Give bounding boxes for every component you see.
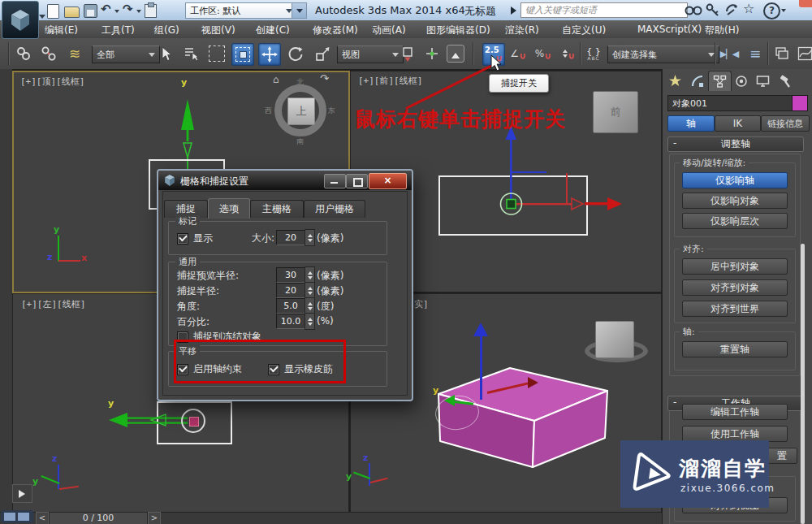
viewcube-home-icon[interactable]: ⌂: [273, 74, 279, 85]
redo-dropdown-arrow-icon[interactable]: [136, 10, 141, 15]
pivot-mode-button[interactable]: 轴: [667, 115, 715, 132]
reset-pivot-button[interactable]: 重置轴: [682, 341, 788, 357]
viewport-left-label[interactable]: [+][左][线框]: [21, 298, 85, 310]
menu-create[interactable]: 创建(C): [256, 24, 290, 37]
search-expander-icon[interactable]: [511, 6, 520, 15]
select-object-button[interactable]: [155, 43, 176, 64]
object-name-field[interactable]: 对象001: [667, 95, 793, 111]
tab-display[interactable]: [752, 71, 774, 90]
use-pivot-point-button[interactable]: [397, 43, 418, 64]
reference-coordinate-dropdown[interactable]: 视图: [337, 45, 404, 63]
menu-views[interactable]: 视图(V): [201, 24, 235, 37]
transform-gizmo-front[interactable]: [455, 126, 633, 217]
prev-frame-button[interactable]: <: [36, 512, 49, 524]
new-file-button[interactable]: [47, 4, 59, 19]
link-info-mode-button[interactable]: 链接信息: [761, 115, 810, 132]
select-and-move-button[interactable]: [258, 43, 281, 66]
select-and-link-button[interactable]: [13, 43, 34, 64]
edit-working-pivot-button[interactable]: 编辑工作轴: [682, 404, 788, 420]
favorites-star-icon[interactable]: ☆: [743, 1, 754, 16]
search-binoculars-icon[interactable]: [685, 3, 702, 16]
tab-home-grid[interactable]: 主栅格: [250, 200, 304, 218]
panel-scrollbar[interactable]: [801, 244, 805, 524]
dialog-title-bar[interactable]: 栅格和捕捉设置 ×: [158, 171, 412, 190]
help-button[interactable]: ?: [763, 2, 780, 19]
help-dropdown-arrow-icon[interactable]: [781, 9, 786, 15]
unlink-selection-button[interactable]: [38, 43, 59, 64]
viewcube-orbit-arrow-icon[interactable]: ↷: [320, 72, 329, 84]
affect-hierarchy-only-button[interactable]: 仅影响层次: [682, 213, 788, 229]
gizmo-x-arrow[interactable]: [528, 377, 544, 388]
undo-dropdown-arrow-icon[interactable]: [114, 10, 119, 15]
align-button[interactable]: ≡: [745, 43, 766, 64]
size-spinner[interactable]: [304, 229, 315, 246]
workspace-dropdown[interactable]: 工作区: 默认: [185, 2, 297, 19]
redo-button[interactable]: ↷: [123, 2, 133, 16]
layer-manager-button[interactable]: [771, 43, 793, 64]
expand-strip-button[interactable]: [12, 484, 32, 503]
next-frame-button[interactable]: >: [148, 512, 161, 524]
communication-center-icon[interactable]: [724, 3, 740, 17]
tab-user-grids[interactable]: 用户栅格: [304, 200, 365, 218]
select-by-name-button[interactable]: [180, 43, 201, 64]
menu-help[interactable]: 帮助(H): [705, 24, 739, 37]
spinner[interactable]: [304, 266, 315, 284]
bind-to-space-warp-button[interactable]: ≋: [64, 43, 85, 64]
tab-hierarchy[interactable]: [708, 71, 732, 91]
save-file-button[interactable]: [84, 4, 97, 18]
select-and-rotate-button[interactable]: [285, 43, 306, 64]
affect-pivot-only-button[interactable]: 仅影响轴: [682, 172, 788, 188]
mirror-button[interactable]: ▶▏◀: [719, 43, 740, 64]
select-and-scale-button[interactable]: [312, 43, 333, 64]
spinner[interactable]: [304, 282, 315, 299]
percent-input[interactable]: 10.0: [276, 314, 305, 329]
align-to-world-button[interactable]: 对齐到世界: [682, 301, 788, 317]
ik-mode-button[interactable]: IK: [715, 115, 761, 132]
tab-modify[interactable]: [686, 71, 708, 90]
spinner[interactable]: [304, 297, 315, 314]
3dsmax-logo-button[interactable]: [2, 1, 39, 39]
percent-snap-toggle-button[interactable]: % ∩: [533, 43, 554, 64]
named-selection-set-dropdown[interactable]: 创建选择集: [607, 45, 719, 63]
spinner-snap-toggle-button[interactable]: ∩: [558, 43, 579, 64]
menu-edit[interactable]: 编辑(E): [45, 24, 78, 37]
menu-graph-editors[interactable]: 图形编辑器(D): [426, 24, 490, 37]
project-toggle-button[interactable]: [145, 4, 157, 18]
adjust-pivot-rollout-header[interactable]: - 调整轴: [667, 136, 804, 152]
snap-preview-radius-input[interactable]: 30: [276, 267, 305, 283]
viewcube-top-face[interactable]: 上: [287, 97, 315, 125]
window-crossing-toggle-button[interactable]: [231, 43, 254, 66]
edit-named-selection-sets-button[interactable]: { } ABC: [583, 43, 604, 64]
y-axis-gizmo-left[interactable]: [107, 409, 190, 431]
viewcube-perspective[interactable]: [595, 321, 634, 358]
tab-options[interactable]: 选项: [208, 198, 250, 219]
license-key-icon[interactable]: [706, 3, 720, 17]
workspace-menu-button[interactable]: [292, 2, 307, 19]
viewport-front-label[interactable]: [+][前][线框]: [358, 75, 422, 87]
menu-maxscript[interactable]: MAXScript(X): [637, 24, 702, 35]
affect-object-only-button[interactable]: 仅影响对象: [682, 193, 788, 209]
viewport-top-label[interactable]: [+][顶][线框]: [20, 76, 84, 88]
center-to-object-button[interactable]: 居中到对象: [682, 258, 788, 275]
menu-tools[interactable]: 工具(T): [102, 24, 135, 37]
display-checkbox[interactable]: [177, 233, 188, 245]
object-color-swatch[interactable]: [792, 95, 808, 111]
curve-editor-button[interactable]: [794, 43, 812, 64]
viewport-layout-button[interactable]: [1, 510, 33, 523]
use-working-pivot-button[interactable]: 使用工作轴: [682, 426, 788, 442]
close-button[interactable]: ×: [369, 173, 407, 189]
menu-modifiers[interactable]: 修改器(M): [313, 24, 358, 37]
snap-radius-input[interactable]: 20: [276, 283, 305, 298]
selection-filter-dropdown[interactable]: 全部: [92, 45, 160, 63]
angle-input[interactable]: 5.0: [276, 298, 305, 314]
menu-group[interactable]: 组(G): [154, 24, 179, 37]
align-to-object-button[interactable]: 对齐到对象: [682, 279, 788, 296]
spinner[interactable]: [304, 313, 315, 330]
keyboard-override-button[interactable]: [447, 45, 464, 63]
undo-button[interactable]: ↶: [101, 2, 111, 16]
angle-snap-toggle-button[interactable]: ∠ ∩: [508, 43, 529, 64]
time-slider[interactable]: 0 / 100: [49, 512, 148, 524]
tab-motion[interactable]: [730, 71, 752, 90]
size-value-input[interactable]: 20: [276, 230, 305, 245]
select-and-manipulate-button[interactable]: [421, 43, 443, 64]
